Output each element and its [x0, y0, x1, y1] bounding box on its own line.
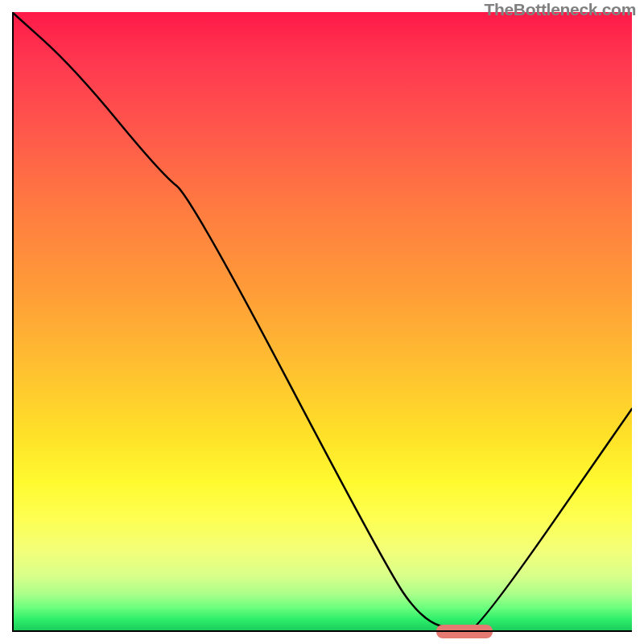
y-axis-line	[12, 12, 14, 632]
bottleneck-curve	[12, 12, 632, 632]
watermark: TheBottleneck.com	[484, 0, 636, 19]
chart-container: TheBottleneck.com	[0, 0, 644, 644]
x-axis-line	[12, 630, 632, 632]
plot-area	[12, 12, 632, 632]
